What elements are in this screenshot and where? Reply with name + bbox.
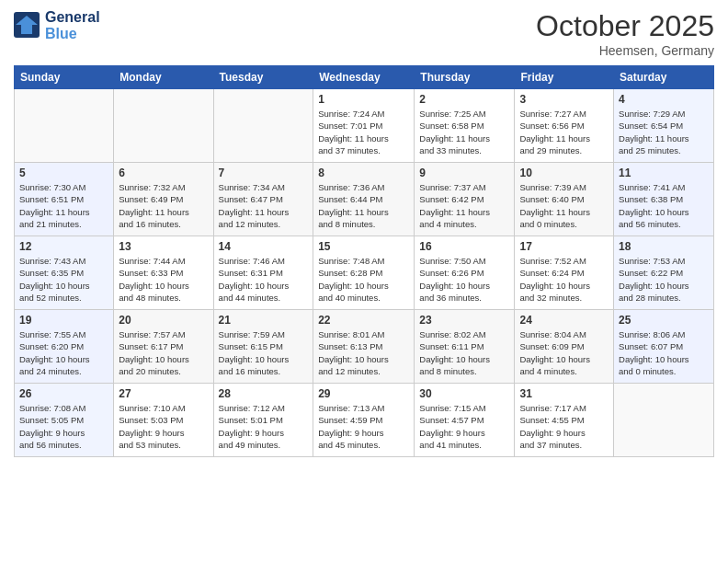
col-friday: Friday [515,66,614,89]
table-row: 24Sunrise: 8:04 AM Sunset: 6:09 PM Dayli… [515,310,614,384]
title-block: October 2025 Heemsen, Germany [536,9,714,58]
col-thursday: Thursday [415,66,515,89]
table-row: 15Sunrise: 7:48 AM Sunset: 6:28 PM Dayli… [313,236,415,310]
table-row: 7Sunrise: 7:34 AM Sunset: 6:47 PM Daylig… [213,163,313,236]
table-row: 19Sunrise: 7:55 AM Sunset: 6:20 PM Dayli… [15,310,114,384]
table-row [213,89,313,163]
table-row: 27Sunrise: 7:10 AM Sunset: 5:03 PM Dayli… [114,384,213,457]
table-row: 17Sunrise: 7:52 AM Sunset: 6:24 PM Dayli… [515,236,614,310]
table-row: 1Sunrise: 7:24 AM Sunset: 7:01 PM Daylig… [313,89,415,163]
header: General Blue October 2025 Heemsen, Germa… [14,9,714,58]
table-row: 29Sunrise: 7:13 AM Sunset: 4:59 PM Dayli… [313,384,415,457]
table-row: 23Sunrise: 8:02 AM Sunset: 6:11 PM Dayli… [415,310,515,384]
page: General Blue October 2025 Heemsen, Germa… [0,0,728,563]
col-sunday: Sunday [15,66,114,89]
table-row: 14Sunrise: 7:46 AM Sunset: 6:31 PM Dayli… [213,236,313,310]
table-row: 16Sunrise: 7:50 AM Sunset: 6:26 PM Dayli… [415,236,515,310]
col-saturday: Saturday [614,66,714,89]
table-row: 5Sunrise: 7:30 AM Sunset: 6:51 PM Daylig… [15,163,114,236]
col-monday: Monday [114,66,213,89]
table-row: 11Sunrise: 7:41 AM Sunset: 6:38 PM Dayli… [614,163,714,236]
table-row: 26Sunrise: 7:08 AM Sunset: 5:05 PM Dayli… [15,384,114,457]
table-row: 2Sunrise: 7:25 AM Sunset: 6:58 PM Daylig… [415,89,515,163]
table-row: 31Sunrise: 7:17 AM Sunset: 4:55 PM Dayli… [515,384,614,457]
table-row: 12Sunrise: 7:43 AM Sunset: 6:35 PM Dayli… [15,236,114,310]
calendar-header-row: Sunday Monday Tuesday Wednesday Thursday… [15,66,714,89]
table-row: 20Sunrise: 7:57 AM Sunset: 6:17 PM Dayli… [114,310,213,384]
logo: General Blue [14,9,100,42]
table-row [15,89,114,163]
logo-icon [14,12,41,40]
table-row: 28Sunrise: 7:12 AM Sunset: 5:01 PM Dayli… [213,384,313,457]
table-row: 13Sunrise: 7:44 AM Sunset: 6:33 PM Dayli… [114,236,213,310]
table-row: 9Sunrise: 7:37 AM Sunset: 6:42 PM Daylig… [415,163,515,236]
table-row: 6Sunrise: 7:32 AM Sunset: 6:49 PM Daylig… [114,163,213,236]
table-row: 25Sunrise: 8:06 AM Sunset: 6:07 PM Dayli… [614,310,714,384]
table-row: 4Sunrise: 7:29 AM Sunset: 6:54 PM Daylig… [614,89,714,163]
table-row: 18Sunrise: 7:53 AM Sunset: 6:22 PM Dayli… [614,236,714,310]
table-row: 22Sunrise: 8:01 AM Sunset: 6:13 PM Dayli… [313,310,415,384]
table-row: 3Sunrise: 7:27 AM Sunset: 6:56 PM Daylig… [515,89,614,163]
col-tuesday: Tuesday [213,66,313,89]
month-title: October 2025 [536,9,714,43]
logo-text: General Blue [45,9,100,42]
table-row [114,89,213,163]
table-row: 21Sunrise: 7:59 AM Sunset: 6:15 PM Dayli… [213,310,313,384]
col-wednesday: Wednesday [313,66,415,89]
location: Heemsen, Germany [536,43,714,58]
table-row: 10Sunrise: 7:39 AM Sunset: 6:40 PM Dayli… [515,163,614,236]
calendar-table: Sunday Monday Tuesday Wednesday Thursday… [14,65,714,457]
table-row: 8Sunrise: 7:36 AM Sunset: 6:44 PM Daylig… [313,163,415,236]
table-row: 30Sunrise: 7:15 AM Sunset: 4:57 PM Dayli… [415,384,515,457]
table-row [614,384,714,457]
